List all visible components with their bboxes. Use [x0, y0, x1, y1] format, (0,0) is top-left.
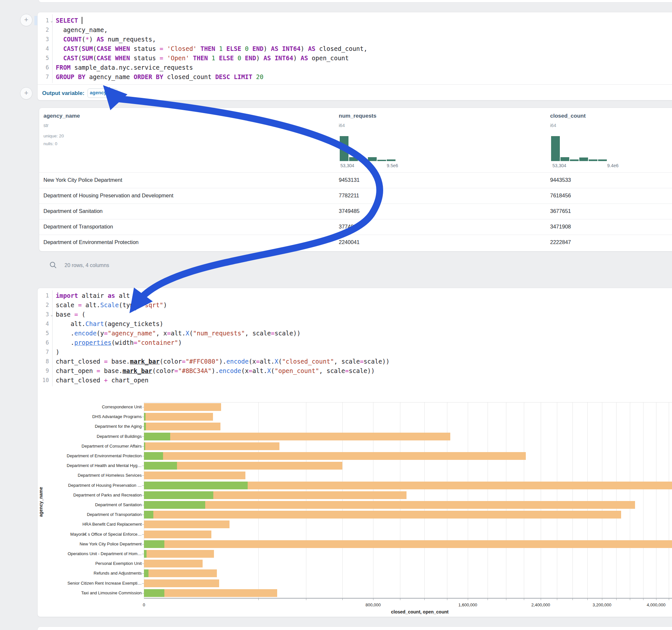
closed-count-bar[interactable] — [144, 531, 211, 538]
code-token: AS — [308, 45, 315, 52]
closed-count-bar[interactable] — [144, 570, 217, 577]
sql-code-editor[interactable]: 1⌄SELECT 2 agency_name,3 COUNT(*) AS num… — [56, 16, 367, 82]
gridline — [447, 402, 447, 598]
column-header-num-requests[interactable]: num_requests — [339, 113, 376, 119]
open-count-bar[interactable] — [144, 413, 146, 421]
code-token — [249, 45, 252, 52]
column-header-closed-count[interactable]: closed_count — [550, 113, 586, 119]
code-token: mark_bar — [123, 367, 152, 374]
open-count-bar[interactable] — [144, 433, 170, 440]
closed-count-bar[interactable] — [144, 452, 526, 460]
sql-line-6[interactable]: 6FROM sample_data.nyc.service_requests — [56, 63, 367, 72]
code-token: = — [160, 54, 163, 62]
histogram-bar — [349, 157, 358, 161]
python-line-3[interactable]: 3⌄base = ( — [56, 310, 390, 319]
sql-line-5[interactable]: 5 CAST(SUM(CASE WHEN status = 'Open' THE… — [56, 53, 367, 63]
closed-count-bar[interactable] — [144, 540, 672, 548]
open-count-bar[interactable] — [144, 452, 163, 460]
python-line-1[interactable]: 1import altair as alt — [56, 291, 390, 300]
closed-count-bar[interactable] — [144, 413, 213, 421]
python-line-7[interactable]: 7) — [56, 347, 390, 357]
open-count-bar[interactable] — [144, 491, 213, 499]
python-line-2[interactable]: 2scale = alt.Scale(type="sqrt") — [56, 300, 390, 310]
code-token: 0 — [238, 54, 241, 62]
python-line-9[interactable]: 9chart_open = base.mark_bar(color="#8BC3… — [56, 366, 390, 375]
code-token — [252, 73, 256, 80]
x-axis-line — [144, 598, 672, 599]
gridline — [400, 402, 400, 598]
open-count-bar[interactable] — [144, 482, 248, 489]
open-count-bar[interactable] — [144, 442, 145, 450]
open-count-bar[interactable] — [144, 501, 205, 509]
closed-count-bar[interactable] — [144, 579, 219, 587]
code-token: = — [104, 358, 107, 365]
python-line-10[interactable]: 10chart_closed + chart_open — [56, 375, 390, 385]
closed-count-hist-max: 9.4e6 — [607, 163, 619, 168]
histogram-bar — [551, 136, 560, 161]
code-token: = — [160, 45, 163, 52]
table-row[interactable]: Department of Transportation377489234719… — [39, 219, 672, 235]
open-count-bar[interactable] — [144, 550, 146, 558]
sql-line-4[interactable]: 4 CAST(SUM(CASE WHEN status = 'Closed' T… — [56, 44, 367, 53]
code-token: num_requests, — [104, 35, 156, 43]
closed-count-bar[interactable] — [144, 403, 221, 411]
code-token: ELSE — [219, 54, 234, 62]
open-count-bar[interactable] — [144, 570, 148, 577]
code-token: CASE WHEN — [97, 45, 130, 52]
sql-line-3[interactable]: 3 COUNT(*) AS num_requests, — [56, 35, 367, 44]
gridline — [573, 402, 573, 598]
code-token: scale)) — [364, 358, 390, 365]
python-line-4[interactable]: 4 alt.Chart(agency_tickets) — [56, 319, 390, 329]
python-line-8[interactable]: 8chart_closed = base.mark_bar(color="#FF… — [56, 357, 390, 366]
sql-line-1[interactable]: 1⌄SELECT — [56, 16, 367, 25]
code-token: "agency_name" — [107, 330, 156, 337]
code-token: alt. — [260, 358, 274, 365]
open-count-bar[interactable] — [144, 422, 146, 430]
gridline — [669, 402, 669, 598]
closed-count-bar[interactable] — [144, 520, 230, 528]
collapse-chevron-icon[interactable]: ⌄ — [51, 16, 53, 26]
gridline — [557, 402, 557, 598]
search-icon[interactable] — [49, 261, 57, 269]
open-count-bar[interactable] — [144, 511, 153, 518]
sql-line-2[interactable]: 2 agency_name, — [56, 25, 367, 35]
python-code-editor[interactable]: 1import altair as alt2scale = alt.Scale(… — [56, 291, 390, 385]
code-token: . — [56, 339, 74, 346]
table-row[interactable]: Department of Environmental Protection22… — [39, 235, 672, 250]
table-row[interactable]: New York City Police Department945313194… — [39, 172, 672, 188]
column-header-agency-name[interactable]: agency_name — [44, 113, 80, 119]
python-line-6[interactable]: 6 .properties(width="container") — [56, 338, 390, 347]
sql-line-7[interactable]: 7GROUP BY agency_name ORDER BY closed_co… — [56, 72, 367, 82]
plot-left-border — [144, 402, 144, 598]
open-count-bar[interactable] — [144, 589, 164, 597]
add-cell-button-top[interactable]: + — [20, 14, 32, 26]
gridline — [587, 402, 588, 598]
closed-count-bar[interactable] — [144, 433, 450, 440]
code-token: THEN — [200, 45, 215, 52]
code-token: base. — [100, 367, 123, 374]
code-token: AS — [97, 35, 104, 43]
open-count-bar[interactable] — [144, 540, 164, 548]
closed-count-bar[interactable] — [144, 442, 280, 450]
closed-count-bar[interactable] — [144, 422, 220, 430]
closed-count-bar[interactable] — [144, 560, 202, 567]
output-variable-chip[interactable]: agency_tickets — [88, 89, 117, 98]
python-line-5[interactable]: 5 .encode(y="agency_name", x=alt.X("num_… — [56, 329, 390, 338]
table-row[interactable]: Department of Housing Preservation and D… — [39, 188, 672, 204]
line-number: 3 — [37, 35, 49, 44]
code-token: ) — [256, 54, 264, 62]
category-label: Senior Citizen Rent Increase Exempti… — [44, 581, 142, 586]
code-token: 1 — [212, 54, 215, 62]
table-row[interactable]: Department of Sanitation37494853677651 — [39, 203, 672, 219]
category-label: Mayorâ€ s Office of Special Enforce… — [44, 532, 142, 537]
add-cell-button-middle[interactable]: + — [20, 87, 32, 99]
open-count-bar[interactable] — [144, 462, 177, 469]
collapse-chevron-icon[interactable]: ⌄ — [51, 310, 53, 319]
closed-count-bar[interactable] — [144, 471, 245, 479]
code-token: (agency_tickets) — [104, 320, 163, 327]
closed-count-bar[interactable] — [144, 550, 214, 558]
code-token: SELECT — [56, 17, 82, 24]
code-token: (y — [97, 330, 104, 337]
closed-count-bar[interactable] — [144, 501, 635, 509]
closed-count-bar[interactable] — [144, 511, 621, 518]
